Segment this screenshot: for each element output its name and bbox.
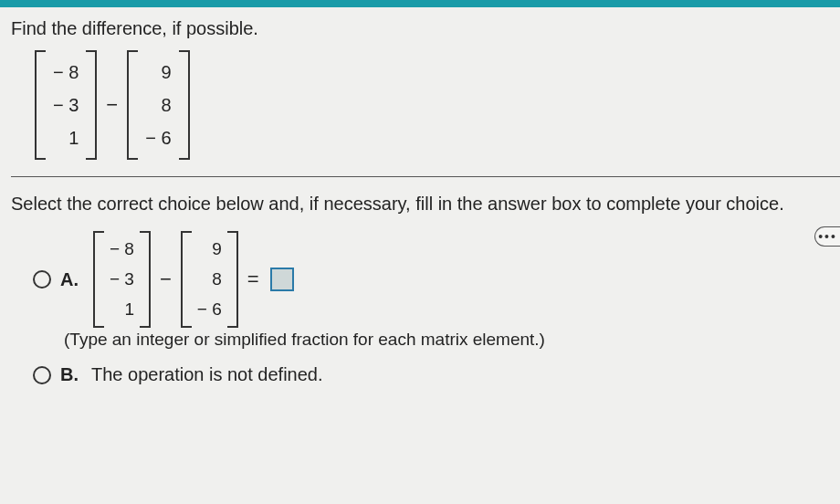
question-expression: − 8 − 3 1 − 9 8 − 6 (33, 50, 840, 160)
choice-a-radio[interactable] (33, 270, 51, 289)
minus-operator: − (152, 268, 179, 291)
equals-operator: = (240, 268, 267, 291)
instruction-text: Select the correct choice below and, if … (11, 194, 840, 215)
matrix-a-cell-0: − 8 (49, 56, 82, 89)
question-prompt: Find the difference, if possible. (11, 18, 840, 39)
bracket-icon (181, 231, 192, 328)
bracket-icon (227, 231, 238, 328)
matrix-b: 9 8 − 6 (127, 50, 189, 160)
choice-a-row: A. − 8 − 3 1 − 9 8 − 6 = (33, 231, 840, 328)
question-panel: Find the difference, if possible. − 8 − … (0, 7, 840, 385)
more-options-tab[interactable]: ••• (814, 226, 840, 247)
matrix-a-cell-2: 1 (49, 121, 82, 154)
bracket-icon (127, 50, 138, 160)
choice-a-m2-cell-2: − 6 (194, 295, 225, 325)
choice-b-radio[interactable] (33, 366, 51, 384)
choice-b-label: B. (60, 364, 79, 385)
bracket-icon (140, 231, 151, 328)
choice-a-m1-cell-1: − 3 (107, 265, 137, 295)
bracket-icon (179, 50, 190, 160)
bracket-icon (93, 231, 104, 328)
matrix-a: − 8 − 3 1 (35, 50, 97, 160)
choice-a-m2-cell-1: 8 (194, 265, 225, 295)
choice-a-hint: (Type an integer or simplified fraction … (64, 330, 840, 350)
section-divider (11, 176, 840, 177)
minus-operator: − (99, 93, 125, 117)
choice-a-matrix-1: − 8 − 3 1 (93, 231, 151, 328)
choice-b-row: B. The operation is not defined. (33, 364, 840, 385)
bracket-icon (35, 50, 46, 160)
choice-a-m2-cell-0: 9 (194, 235, 225, 265)
choice-a-matrix-2: 9 8 − 6 (181, 231, 238, 328)
bracket-icon (86, 50, 97, 160)
window-accent-bar (0, 0, 840, 7)
matrix-b-cell-2: − 6 (142, 121, 174, 154)
choice-a-label: A. (60, 269, 79, 290)
choice-a-m1-cell-2: 1 (107, 295, 137, 325)
matrix-a-cell-1: − 3 (49, 89, 82, 121)
dots-icon: ••• (818, 229, 837, 244)
choice-a-m1-cell-0: − 8 (107, 235, 137, 265)
choice-b-text: The operation is not defined. (91, 364, 323, 385)
matrix-b-cell-1: 8 (142, 89, 174, 121)
answer-input[interactable] (270, 268, 294, 291)
matrix-b-cell-0: 9 (142, 56, 174, 89)
